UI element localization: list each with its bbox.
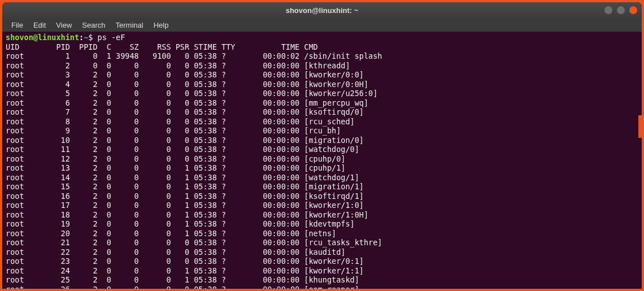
ps-row: root 13 2 0 0 0 1 05:38 ? 00:00:00 [cpuh… [6, 163, 345, 172]
menu-view[interactable]: View [51, 20, 76, 31]
ps-row: root 19 2 0 0 0 1 05:38 ? 00:00:00 [kdev… [6, 219, 355, 228]
ps-row: root 16 2 0 0 0 1 05:38 ? 00:00:00 [ksof… [6, 192, 364, 201]
ps-row: root 20 2 0 0 0 1 05:38 ? 00:00:00 [netn… [6, 229, 336, 238]
ps-row: root 23 2 0 0 0 0 05:38 ? 00:00:00 [kwor… [6, 257, 364, 266]
menu-file[interactable]: File [7, 20, 28, 31]
maximize-icon[interactable] [617, 6, 625, 14]
minimize-icon[interactable] [604, 6, 612, 14]
terminal-window: shovon@linuxhint: ~ File Edit View Searc… [2, 2, 642, 289]
ps-row: root 4 2 0 0 0 0 05:38 ? 00:00:00 [kwork… [6, 80, 368, 89]
terminal-body[interactable]: shovon@linuxhint:~$ ps -eF UID PID PPID … [2, 32, 642, 289]
scrollbar-thumb[interactable] [638, 115, 642, 138]
command-text: ps -eF [98, 33, 125, 42]
ps-row: root 12 2 0 0 0 0 05:38 ? 00:00:00 [cpuh… [6, 154, 345, 163]
window-controls [604, 6, 637, 14]
ps-row: root 8 2 0 0 0 0 05:38 ? 00:00:00 [rcu_s… [6, 117, 355, 126]
menu-edit[interactable]: Edit [29, 20, 50, 31]
ps-header-row: UID PID PPID C SZ RSS PSR STIME TTY TIME… [6, 42, 318, 51]
ps-row: root 11 2 0 0 0 0 05:38 ? 00:00:00 [watc… [6, 145, 359, 154]
ps-row: root 21 2 0 0 0 0 05:38 ? 00:00:00 [rcu_… [6, 238, 382, 247]
ps-row: root 14 2 0 0 0 1 05:38 ? 00:00:00 [watc… [6, 173, 359, 182]
menu-bar: File Edit View Search Terminal Help [2, 18, 642, 32]
ps-row: root 15 2 0 0 0 1 05:38 ? 00:00:00 [migr… [6, 182, 364, 191]
prompt-user-host: shovon@linuxhint [6, 33, 79, 42]
prompt-dollar: $ [88, 33, 97, 42]
menu-search[interactable]: Search [77, 20, 110, 31]
ps-row: root 2 0 0 0 0 0 05:38 ? 00:00:00 [kthre… [6, 61, 350, 70]
ps-row: root 5 2 0 0 0 0 05:38 ? 00:00:00 [kwork… [6, 89, 377, 98]
menu-help[interactable]: Help [149, 20, 173, 31]
ps-row: root 3 2 0 0 0 0 05:38 ? 00:00:00 [kwork… [6, 70, 364, 79]
ps-row: root 26 2 0 0 0 0 05:38 ? 00:00:00 [oom_… [6, 285, 359, 289]
close-icon[interactable] [629, 6, 637, 14]
prompt-colon: : [79, 33, 84, 42]
ps-row: root 17 2 0 0 0 1 05:38 ? 00:00:00 [kwor… [6, 201, 364, 210]
ps-row: root 25 2 0 0 0 1 05:38 ? 00:00:00 [khun… [6, 275, 359, 284]
ps-row: root 9 2 0 0 0 0 05:38 ? 00:00:00 [rcu_b… [6, 126, 341, 135]
window-title: shovon@linuxhint: ~ [286, 6, 359, 15]
ps-row: root 18 2 0 0 0 1 05:38 ? 00:00:00 [kwor… [6, 210, 368, 219]
title-bar[interactable]: shovon@linuxhint: ~ [2, 2, 642, 18]
ps-row: root 10 2 0 0 0 0 05:38 ? 00:00:00 [migr… [6, 136, 364, 145]
ps-row: root 22 2 0 0 0 0 05:38 ? 00:00:00 [kaud… [6, 247, 345, 257]
menu-terminal[interactable]: Terminal [111, 20, 148, 31]
ps-row: root 24 2 0 0 0 1 05:38 ? 00:00:00 [kwor… [6, 266, 364, 275]
ps-row: root 1 0 1 39948 9100 0 05:38 ? 00:00:02… [6, 51, 382, 60]
ps-row: root 7 2 0 0 0 0 05:38 ? 00:00:00 [ksoft… [6, 107, 364, 116]
ps-row: root 6 2 0 0 0 0 05:38 ? 00:00:00 [mm_pe… [6, 98, 368, 107]
